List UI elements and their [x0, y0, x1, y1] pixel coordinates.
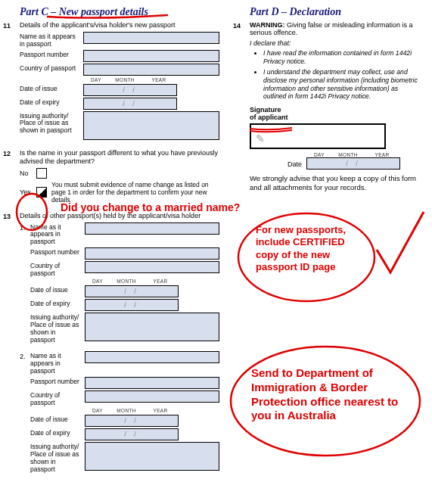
- q13-1-country-label: Country of passport: [30, 261, 85, 278]
- year-header: YEAR: [364, 152, 400, 157]
- month-header: MONTH: [110, 278, 142, 284]
- q12-no-checkbox[interactable]: [36, 168, 47, 179]
- signature-label-1: Signature: [250, 106, 281, 114]
- signature-label: Signature of applicant: [250, 107, 423, 122]
- q12-text: Is the name in your passport different t…: [20, 149, 219, 166]
- q13-1-country-input[interactable]: [85, 261, 219, 273]
- q14-number: 14: [233, 21, 250, 193]
- q13-1-num: 1.: [20, 222, 30, 346]
- q14-bullet-2: I understand the department may collect,…: [263, 68, 423, 101]
- q13-1-authority-label: Issuing authority/ Place of issue as sho…: [30, 313, 85, 344]
- q11-passnum-label: Passport number: [20, 50, 83, 59]
- q13-2-name-input[interactable]: [85, 351, 219, 363]
- q13-2-name-label: Name as it appears in passport: [30, 351, 85, 375]
- q12-no-label: No: [20, 170, 36, 177]
- q12-yes-label: Yes: [20, 188, 36, 196]
- q11-country-input[interactable]: [83, 64, 219, 76]
- q13-2-issue-label: Date of issue: [30, 415, 85, 424]
- q13-2-num: 2.: [20, 351, 30, 474]
- q13-2-expiry-label: Date of expiry: [30, 428, 85, 437]
- q11-passnum-input[interactable]: [83, 50, 219, 62]
- day-header: DAY: [306, 152, 332, 157]
- q11-issue-input[interactable]: / /: [83, 84, 177, 96]
- year-header: YEAR: [142, 278, 179, 284]
- year-header: YEAR: [141, 77, 177, 82]
- q12-yes-checkbox[interactable]: [36, 187, 47, 198]
- q11-text: Details of the applicant's/visa holder's…: [20, 21, 219, 29]
- day-header: DAY: [83, 77, 109, 82]
- month-header: MONTH: [109, 77, 141, 82]
- year-header: YEAR: [142, 408, 179, 413]
- q14-advise: We strongly advise that you keep a copy …: [250, 174, 423, 193]
- part-d-title: Part D – Declaration: [233, 6, 423, 18]
- q13-text: Details of other passport(s) held by the…: [20, 212, 219, 219]
- month-header: MONTH: [332, 152, 364, 157]
- signature-label-2: of applicant: [250, 114, 288, 121]
- q13-2-country-input[interactable]: [85, 390, 219, 403]
- q13-1-passnum-label: Passport number: [30, 247, 85, 257]
- q14-date-input[interactable]: / /: [306, 157, 400, 170]
- q11-authority-input[interactable]: [83, 111, 219, 140]
- q14-date-label: Date: [287, 160, 302, 170]
- q14-warning: WARNING: Giving false or misleading info…: [250, 21, 423, 36]
- warning-label: WARNING:: [250, 21, 285, 29]
- q13-2-passnum-label: Passport number: [30, 377, 85, 386]
- q11-authority-label: Issuing authority/ Place of issue as sho…: [20, 111, 83, 135]
- day-header: DAY: [85, 408, 110, 413]
- q11-expiry-input[interactable]: / /: [83, 98, 177, 110]
- q13-1-name-label: Name as it appears in passport: [30, 222, 85, 246]
- q13-1-issue-input[interactable]: / /: [85, 285, 179, 297]
- day-header: DAY: [85, 278, 110, 284]
- q13-1-passnum-input[interactable]: [85, 247, 219, 260]
- q11-issue-label: Date of issue: [20, 84, 83, 93]
- q11-expiry-label: Date of expiry: [20, 98, 83, 107]
- pen-icon: ✎: [256, 132, 265, 145]
- q11-name-input[interactable]: [83, 32, 219, 44]
- part-c-title: Part C – New passport details: [3, 6, 219, 18]
- q11-name-label: Name as it appears in passport: [20, 32, 83, 48]
- q11-country-label: Country of passport: [20, 64, 83, 73]
- signature-box[interactable]: ✎: [250, 123, 386, 149]
- q11-number: 11: [3, 21, 20, 142]
- q14-declare: I declare that:: [250, 39, 423, 47]
- q12-number: 12: [3, 149, 20, 204]
- q13-1-name-input[interactable]: [85, 222, 219, 235]
- q13-2-country-label: Country of passport: [30, 390, 85, 407]
- q13-2-expiry-input[interactable]: / /: [85, 428, 179, 440]
- q13-1-issue-label: Date of issue: [30, 285, 85, 294]
- month-header: MONTH: [110, 408, 142, 413]
- q13-1-expiry-label: Date of expiry: [30, 299, 85, 308]
- q13-1-expiry-input[interactable]: / /: [85, 299, 179, 311]
- q13-2-issue-input[interactable]: / /: [85, 415, 179, 427]
- q13-2-authority-label: Issuing authority/ Place of issue as sho…: [30, 442, 85, 473]
- q14-bullet-1: I have read the information contained in…: [263, 49, 423, 66]
- q12-yes-note: You must submit evidence of name change …: [51, 181, 219, 204]
- q13-2-passnum-input[interactable]: [85, 377, 219, 389]
- q13-2-authority-input[interactable]: [85, 442, 219, 471]
- q13-1-authority-input[interactable]: [85, 313, 219, 341]
- q13-number: 13: [3, 212, 20, 475]
